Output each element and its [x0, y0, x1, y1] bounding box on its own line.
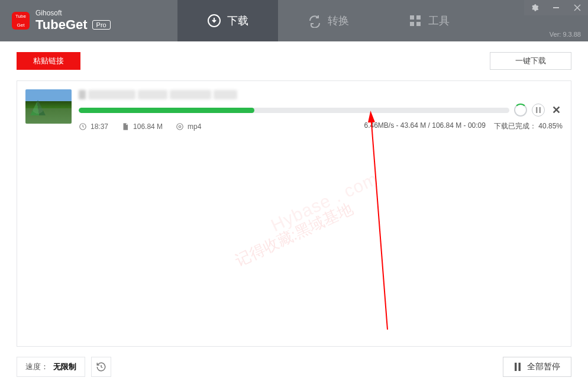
history-icon: [96, 362, 106, 372]
toolbar: 粘贴链接 一键下载: [0, 41, 588, 80]
tab-download[interactable]: 下载: [177, 0, 278, 41]
progress-fill: [79, 108, 254, 113]
svg-point-12: [179, 125, 181, 128]
video-thumbnail: [25, 89, 72, 124]
format: mp4: [176, 122, 201, 131]
minimize-button[interactable]: [545, 0, 567, 15]
minimize-icon: [553, 4, 560, 11]
download-icon: [207, 14, 221, 28]
video-title: [79, 89, 563, 100]
file-icon: [121, 122, 130, 131]
pause-icon: [514, 363, 521, 371]
tools-icon: [408, 14, 422, 28]
svg-rect-1: [410, 15, 414, 20]
duration: 18:37: [79, 122, 108, 131]
pause-all-button[interactable]: 全部暂停: [503, 357, 571, 377]
history-button[interactable]: [91, 357, 111, 377]
remove-button[interactable]: ✕: [550, 104, 563, 117]
pause-icon: [536, 107, 541, 113]
svg-rect-4: [416, 22, 421, 26]
annotation-arrow: [340, 111, 405, 335]
svg-rect-8: [536, 107, 538, 113]
title-bar: Gihosoft TubeGet Pro 下载 转换 工具 Ver: 9.3.8…: [0, 0, 588, 41]
footer: 速度： 无限制 全部暂停: [17, 357, 571, 377]
tab-convert[interactable]: 转换: [278, 0, 379, 41]
close-window-button[interactable]: [567, 0, 588, 15]
progress-bar: [79, 108, 509, 113]
video-icon: [176, 122, 184, 131]
convert-icon: [308, 14, 322, 28]
watermark: Hybase . com 记得收藏:黑域基地: [232, 198, 356, 271]
brand-name: Gihosoft: [35, 9, 111, 17]
nav-tabs: 下载 转换 工具: [177, 0, 479, 41]
svg-rect-14: [515, 363, 517, 371]
svg-rect-15: [519, 363, 521, 371]
svg-rect-2: [416, 15, 421, 20]
download-stats: 6.46MB/s - 43.64 M / 106.84 M - 00:09: [364, 121, 486, 131]
svg-line-13: [371, 115, 387, 330]
tab-tools[interactable]: 工具: [379, 0, 479, 41]
clock-icon: [79, 122, 87, 131]
speed-limit-control[interactable]: 速度： 无限制: [17, 357, 85, 377]
gear-icon: [531, 4, 539, 12]
filesize: 106.84 M: [121, 122, 163, 131]
download-item: ✕ 18:37 106.84 M mp4 6.46MB/s - 43.64 M …: [25, 89, 563, 131]
svg-rect-9: [539, 107, 541, 113]
settings-button[interactable]: [524, 0, 545, 15]
svg-rect-3: [410, 22, 414, 26]
download-list: ✕ 18:37 106.84 M mp4 6.46MB/s - 43.64 M …: [17, 80, 571, 347]
spinner-icon: [514, 104, 527, 117]
download-status: 下载已完成： 40.85%: [494, 121, 563, 131]
svg-point-11: [177, 123, 183, 130]
version-label: Ver: 9.3.88: [550, 31, 581, 38]
logo-area: Gihosoft TubeGet Pro: [0, 9, 177, 33]
close-icon: [574, 4, 581, 11]
meta-row: 18:37 106.84 M mp4 6.46MB/s - 43.64 M / …: [79, 121, 563, 131]
app-logo-icon: [12, 12, 30, 30]
pause-button[interactable]: [532, 104, 545, 117]
one-click-download-button[interactable]: 一键下载: [490, 52, 571, 70]
pro-badge: Pro: [92, 20, 111, 30]
app-name: TubeGet Pro: [35, 17, 111, 33]
paste-link-button[interactable]: 粘贴链接: [17, 52, 80, 70]
window-controls: [524, 0, 588, 15]
